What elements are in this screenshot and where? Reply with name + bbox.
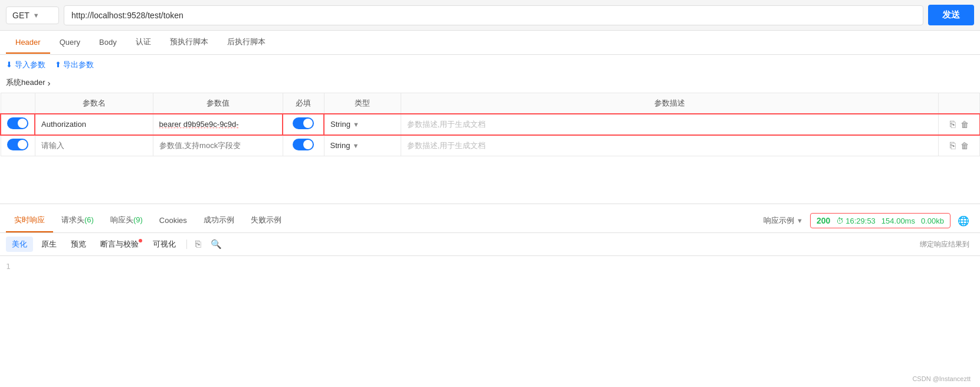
tab-success[interactable]: 成功示例: [195, 209, 242, 232]
system-header-chevron: ›: [47, 78, 50, 88]
row2-type-cell: String ▼: [324, 135, 401, 156]
request-tabs-row: Header Query Body 认证 预执行脚本 后执行脚本: [0, 31, 980, 55]
send-button[interactable]: 发送: [928, 5, 974, 25]
action-row: ⬇ 导入参数 ⬆ 导出参数: [0, 55, 980, 75]
res-headers-badge: (9): [133, 215, 143, 224]
th-required: 必填: [283, 93, 324, 114]
response-time: ⏱ 16:29:53: [836, 217, 876, 225]
row1-desc-input[interactable]: [407, 120, 933, 129]
url-input[interactable]: [64, 5, 923, 25]
format-btn-beautify[interactable]: 美化: [6, 237, 33, 252]
table-row: String ▼ ⎘ 🗑: [1, 135, 980, 156]
row1-name-cell: [35, 114, 153, 135]
row1-value-cell: [153, 114, 283, 135]
assert-dot: [139, 239, 142, 242]
system-header-label: 系统header: [6, 77, 45, 88]
row1-actions-cell: ⎘ 🗑: [939, 114, 980, 135]
row2-delete-icon[interactable]: 🗑: [961, 141, 969, 150]
row1-copy-icon[interactable]: ⎘: [950, 119, 956, 130]
th-type: 类型: [324, 93, 401, 114]
response-meta: 响应示例 ▼ 200 ⏱ 16:29:53 154.00ms 0.00kb 🌐: [763, 213, 974, 228]
th-desc: 参数描述: [401, 93, 939, 114]
response-size: 0.00kb: [921, 217, 944, 225]
th-toggle: [1, 93, 35, 114]
row1-required-toggle[interactable]: [293, 117, 314, 129]
row2-type-select[interactable]: String ▼: [330, 141, 395, 150]
response-tabs-row: 实时响应 请求头(6) 响应头(9) Cookies 成功示例 失败示例 响应示…: [0, 209, 980, 233]
row2-desc-input[interactable]: [407, 141, 933, 150]
row2-action-icons: ⎘ 🗑: [945, 140, 974, 151]
row2-actions-cell: ⎘ 🗑: [939, 135, 980, 156]
tab-cookies[interactable]: Cookies: [151, 210, 195, 232]
tab-body[interactable]: Body: [90, 32, 126, 54]
row1-toggle[interactable]: [7, 117, 28, 129]
table-row: String ▼ ⎘ 🗑: [1, 114, 980, 135]
code-line-1: 1: [6, 262, 974, 271]
tab-pre-script[interactable]: 预执行脚本: [160, 31, 218, 54]
row2-value-cell: [153, 135, 283, 156]
th-value: 参数值: [153, 93, 283, 114]
tab-failure[interactable]: 失败示例: [242, 209, 290, 232]
search-code-icon[interactable]: 🔍: [207, 238, 225, 251]
format-toolbar: 美化 原生 预览 断言与校验 可视化 ⎘ 🔍 绑定响应结果到: [0, 233, 980, 256]
response-meta-box: 200 ⏱ 16:29:53 154.00ms 0.00kb: [810, 213, 950, 228]
row1-action-icons: ⎘ 🗑: [945, 119, 974, 130]
row1-desc-cell: [401, 114, 939, 135]
globe-icon[interactable]: 🌐: [958, 215, 969, 227]
tab-req-headers[interactable]: 请求头(6): [53, 209, 102, 232]
params-table: 参数名 参数值 必填 类型 参数描述: [0, 93, 980, 156]
format-btn-preview[interactable]: 预览: [65, 237, 92, 252]
row2-name-cell: [35, 135, 153, 156]
row2-copy-icon[interactable]: ⎘: [950, 140, 956, 151]
row1-required-cell: [283, 114, 324, 135]
row2-toggle[interactable]: [7, 139, 28, 150]
row1-type-cell: String ▼: [324, 114, 401, 135]
tab-query[interactable]: Query: [50, 32, 90, 54]
format-btn-visual[interactable]: 可视化: [147, 237, 182, 252]
tab-auth[interactable]: 认证: [126, 31, 160, 54]
req-headers-badge: (6): [84, 215, 94, 224]
tab-post-script[interactable]: 后执行脚本: [218, 31, 275, 54]
row1-name-input[interactable]: [41, 120, 147, 129]
response-section: 实时响应 请求头(6) 响应头(9) Cookies 成功示例 失败示例 响应示…: [0, 209, 980, 291]
response-time-value: 16:29:53: [845, 217, 876, 225]
system-header-row[interactable]: 系统header ›: [0, 75, 980, 93]
row2-required-cell: [283, 135, 324, 156]
tab-header[interactable]: Header: [6, 32, 50, 54]
row2-desc-cell: [401, 135, 939, 156]
row2-name-input[interactable]: [41, 141, 147, 150]
table-header-row: 参数名 参数值 必填 类型 参数描述: [1, 93, 980, 114]
th-actions: [939, 93, 980, 114]
th-name: 参数名: [35, 93, 153, 114]
format-divider: [186, 240, 187, 249]
example-chevron: ▼: [797, 217, 803, 224]
clock-icon: ⏱: [836, 217, 844, 225]
format-btn-raw[interactable]: 原生: [35, 237, 63, 252]
row2-toggle-cell: [1, 135, 35, 156]
example-label: 响应示例: [763, 215, 794, 226]
response-status: 200: [817, 216, 830, 225]
tab-realtime[interactable]: 实时响应: [6, 209, 53, 232]
row1-type-chevron: ▼: [353, 121, 359, 128]
method-label: GET: [12, 11, 30, 20]
code-area: 1: [0, 256, 980, 291]
bind-result-label: 绑定响应结果到: [920, 240, 969, 250]
row2-type-chevron: ▼: [352, 142, 359, 149]
row1-type-select[interactable]: String ▼: [330, 120, 395, 129]
response-duration: 154.00ms: [881, 217, 915, 225]
export-params-link[interactable]: ⬆ 导出参数: [55, 60, 94, 70]
row2-value-input[interactable]: [159, 141, 277, 150]
row1-toggle-cell: [1, 114, 35, 135]
row1-delete-icon[interactable]: 🗑: [961, 120, 969, 129]
import-params-link[interactable]: ⬇ 导入参数: [6, 60, 45, 70]
top-bar: GET ▼ 发送: [0, 0, 980, 31]
format-btn-assert[interactable]: 断言与校验: [94, 237, 145, 252]
example-select[interactable]: 响应示例 ▼: [763, 215, 803, 226]
row2-required-toggle[interactable]: [293, 139, 314, 150]
copy-code-icon[interactable]: ⎘: [192, 238, 205, 251]
row1-value-input[interactable]: [159, 120, 277, 129]
tab-res-headers[interactable]: 响应头(9): [102, 209, 151, 232]
row1-type-label: String: [330, 120, 350, 129]
method-chevron: ▼: [33, 12, 40, 19]
method-select[interactable]: GET ▼: [6, 6, 59, 24]
